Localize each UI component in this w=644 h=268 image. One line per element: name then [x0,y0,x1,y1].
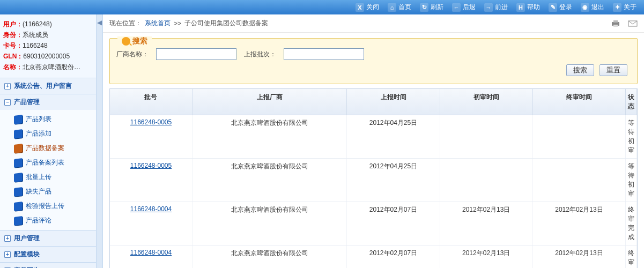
menu-item-label: 批量上传 [26,173,51,182]
nav-icon-6: ✎ [549,3,557,12]
nav-0[interactable]: X关闭 [352,2,382,13]
table-header: 批号 上报厂商 上报时间 初审时间 终审时间 状态 [110,89,637,115]
menu-item-label: 产品添加 [26,129,51,138]
menu-item-1-2[interactable]: 产品数据备案 [0,141,96,155]
svg-rect-2 [613,25,618,27]
mail-icon[interactable] [628,19,638,28]
menu-item-1-1[interactable]: 产品添加 [0,126,96,141]
menu-item-1-3[interactable]: 产品备案列表 [0,155,96,170]
svg-rect-1 [613,20,618,23]
book-icon [14,144,23,153]
book-icon [14,187,23,197]
search-header: 搜索 [117,36,152,46]
menu-section-label: 系统公告、用户留言 [14,81,72,91]
expand-icon: + [4,251,11,258]
menu-section-3[interactable]: +配置模块 [0,247,96,262]
search-button[interactable]: 搜索 [566,64,594,76]
book-icon [14,173,23,182]
location-label: 现在位置： [109,19,142,28]
book-icon [14,202,23,211]
breadcrumb: 现在位置： 系统首页 >> 子公司使用集团公司数据备案 [103,14,644,33]
user-value: (1166248) [23,20,52,28]
nav-2[interactable]: ↻刷新 [417,2,447,13]
book-icon [14,129,23,139]
menu-section-label: 配置模块 [14,250,40,259]
search-panel: 搜索 厂商名称： 上报批次： 搜索 重置 [109,38,638,84]
top-nav-bar: X关闭⌂首页↻刷新←后退→前进H帮助✎登录◉退出✦关于 [0,0,644,14]
menu-section-1[interactable]: –产品管理 [0,94,96,110]
nav-label-1: 首页 [398,3,411,12]
nav-label-7: 退出 [591,3,604,12]
menu-item-1-7[interactable]: 产品评论 [0,213,96,228]
col-batch: 批号 [110,89,193,115]
table-row: 1166248-0004北京燕京啤酒股份有限公司2012年02月07日2012年… [110,202,637,245]
sidebar-collapse-handle[interactable]: ◀ [97,14,103,268]
nav-icon-3: ← [452,3,461,12]
batch-link[interactable]: 1166248-0005 [130,162,172,169]
gln-value: 6903102000005 [23,53,70,60]
collapse-icon: – [4,99,11,106]
data-table: 批号 上报厂商 上报时间 初审时间 终审时间 状态 1166248-0005北京… [109,88,638,268]
search-icon [122,37,130,46]
nav-icon-2: ↻ [420,3,428,12]
cell-vendor: 北京燕京啤酒股份有限公司 [193,202,347,245]
menu-section-2[interactable]: +用户管理 [0,230,96,246]
nav-1[interactable]: ⌂首页 [384,2,414,13]
menu-section-label: 产品同步 [14,266,40,268]
cell-final-review: 2012年02月13日 [533,202,626,245]
user-info-panel: 用户：(1166248) 身份：系统成员 卡号：1166248 GLN：6903… [0,14,96,78]
role-value: 系统成员 [23,31,48,39]
col-vendor: 上报厂商 [193,89,347,115]
nav-6[interactable]: ✎登录 [545,2,575,13]
nav-7[interactable]: ◉退出 [578,2,608,13]
batch-link[interactable]: 1166248-0004 [130,249,172,256]
menu-item-1-6[interactable]: 检验报告上传 [0,199,96,213]
cell-status: 终审完成 [626,202,637,245]
menu-item-label: 检验报告上传 [26,202,64,211]
nav-5[interactable]: H帮助 [513,2,543,13]
batch-link[interactable]: 1166248-0005 [130,118,172,126]
menu-item-1-0[interactable]: 产品列表 [0,112,96,126]
book-icon [14,115,23,124]
cell-first-review: 2012年02月13日 [440,245,533,268]
nav-4[interactable]: →前进 [481,2,511,13]
name-label: 名称： [3,63,23,71]
nav-icon-0: X [356,3,364,12]
printer-icon[interactable] [611,19,620,28]
menu-section-4[interactable]: +产品同步 [0,263,96,268]
batch-code-input[interactable] [284,48,364,60]
menu-section-label: 用户管理 [14,234,40,243]
nav-3[interactable]: ←后退 [449,2,479,13]
cell-final-review [533,159,626,202]
menu-item-label: 产品数据备案 [26,144,64,153]
name-value: 北京燕京啤酒股份… [23,63,80,71]
vendor-name-label: 厂商名称： [116,50,149,59]
reset-button[interactable]: 重置 [599,64,627,76]
batch-link[interactable]: 1166248-0004 [130,205,172,213]
crumb-home-link[interactable]: 系统首页 [145,19,171,28]
menu-item-label: 缺失产品 [26,187,51,196]
role-label: 身份： [3,31,23,39]
cell-vendor: 北京燕京啤酒股份有限公司 [193,245,347,268]
expand-icon: + [4,83,11,90]
menu-item-1-5[interactable]: 缺失产品 [0,184,96,199]
nav-8[interactable]: ✦关于 [610,2,640,13]
cell-batch: 1166248-0004 [110,245,193,268]
menu-section-0[interactable]: +系统公告、用户留言 [0,78,96,94]
menu-section-label: 产品管理 [14,98,40,107]
menu-item-label: 产品备案列表 [26,158,64,167]
vendor-name-input[interactable] [156,48,236,60]
table-row: 1166248-0005北京燕京啤酒股份有限公司2012年04月25日等待初审 [110,115,637,159]
cell-batch: 1166248-0005 [110,115,193,158]
expand-icon: + [4,235,11,242]
nav-label-5: 帮助 [527,3,540,12]
col-submit-time: 上报时间 [347,89,440,115]
main-panel: 现在位置： 系统首页 >> 子公司使用集团公司数据备案 搜索 厂商名称： [103,14,644,268]
crumb-page: 子公司使用集团公司数据备案 [184,19,268,28]
card-label: 卡号： [3,42,23,49]
cell-final-review: 2012年02月13日 [533,245,626,268]
cell-final-review [533,115,626,158]
sidebar: 用户：(1166248) 身份：系统成员 卡号：1166248 GLN：6903… [0,14,97,268]
nav-label-3: 后退 [463,3,476,12]
menu-item-1-4[interactable]: 批量上传 [0,170,96,184]
